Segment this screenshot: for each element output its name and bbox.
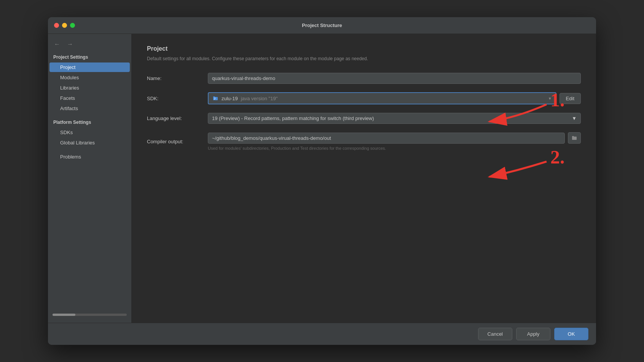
- sidebar-item-problems[interactable]: Problems: [49, 152, 130, 162]
- sidebar-item-project[interactable]: Project: [49, 62, 130, 72]
- dialog-body: ← → Project Settings Project Modules Lib…: [48, 34, 596, 323]
- close-button[interactable]: [54, 23, 59, 28]
- language-level-control: 19 (Preview) - Record patterns, pattern …: [208, 113, 581, 124]
- minimize-button[interactable]: [62, 23, 67, 28]
- sdk-version: java version "19": [241, 96, 278, 101]
- sidebar-scrollbar: [48, 311, 131, 319]
- project-structure-dialog: Project Structure ← → Project Settings P…: [48, 17, 596, 345]
- dialog-title: Project Structure: [302, 22, 342, 28]
- sidebar-item-sdks[interactable]: SDKs: [49, 128, 130, 137]
- language-level-label: Language level:: [147, 115, 208, 121]
- back-button[interactable]: ←: [53, 40, 62, 48]
- language-level-value: 19 (Preview) - Record patterns, pattern …: [212, 115, 374, 121]
- sdk-control: J zulu-19 java version "19" ▼ Edit: [208, 92, 581, 104]
- dialog-footer: Cancel Apply OK: [48, 323, 596, 345]
- sdk-folder-icon: J: [212, 95, 218, 101]
- language-level-dropdown[interactable]: 19 (Preview) - Record patterns, pattern …: [208, 113, 581, 124]
- compiler-output-row: Compiler output: Used for modules' subdi…: [147, 132, 581, 151]
- panel-title: Project: [147, 45, 581, 52]
- panel-description: Default settings for all modules. Config…: [147, 55, 581, 62]
- cancel-button[interactable]: Cancel: [478, 328, 512, 340]
- sdk-dropdown[interactable]: J zulu-19 java version "19" ▼: [208, 92, 556, 104]
- name-label: Name:: [147, 75, 208, 81]
- compiler-hint: Used for modules' subdirectories, Produc…: [208, 146, 581, 151]
- project-settings-section: Project Settings: [48, 52, 131, 62]
- name-control: [208, 73, 581, 84]
- svg-text:J: J: [214, 97, 215, 100]
- folder-icon: [571, 135, 577, 141]
- compiler-browse-button[interactable]: [568, 132, 581, 144]
- sdk-label: SDK:: [147, 96, 208, 101]
- compiler-output-input[interactable]: [208, 133, 565, 144]
- edit-sdk-button[interactable]: Edit: [560, 93, 581, 104]
- annotation-overlay: 1. 2.: [440, 83, 585, 236]
- name-input[interactable]: [208, 73, 581, 84]
- sidebar-item-facets[interactable]: Facets: [49, 93, 130, 103]
- language-level-row: Language level: 19 (Preview) - Record pa…: [147, 113, 581, 124]
- sdk-row: SDK: J zulu-19 java version "19": [147, 92, 581, 104]
- compiler-output-label: Compiler output:: [147, 139, 208, 144]
- window-controls: [54, 23, 75, 28]
- forward-button[interactable]: →: [65, 40, 75, 48]
- sidebar-item-artifacts[interactable]: Artifacts: [49, 104, 130, 113]
- sdk-name: zulu-19: [222, 96, 238, 101]
- sidebar: ← → Project Settings Project Modules Lib…: [48, 34, 132, 323]
- ok-button[interactable]: OK: [554, 328, 588, 340]
- name-row: Name:: [147, 73, 581, 84]
- sdk-chevron-icon: ▼: [548, 96, 552, 101]
- sidebar-item-modules[interactable]: Modules: [49, 73, 130, 82]
- nav-controls: ← →: [48, 38, 131, 52]
- language-level-chevron-icon: ▼: [572, 115, 577, 121]
- title-bar: Project Structure: [48, 17, 596, 34]
- maximize-button[interactable]: [70, 23, 75, 28]
- compiler-output-control: Used for modules' subdirectories, Produc…: [208, 132, 581, 151]
- sidebar-item-libraries[interactable]: Libraries: [49, 83, 130, 93]
- main-panel: Project Default settings for all modules…: [132, 34, 596, 323]
- sidebar-item-global-libraries[interactable]: Global Libraries: [49, 138, 130, 147]
- platform-settings-section: Platform Settings: [48, 117, 131, 127]
- apply-button[interactable]: Apply: [516, 328, 550, 340]
